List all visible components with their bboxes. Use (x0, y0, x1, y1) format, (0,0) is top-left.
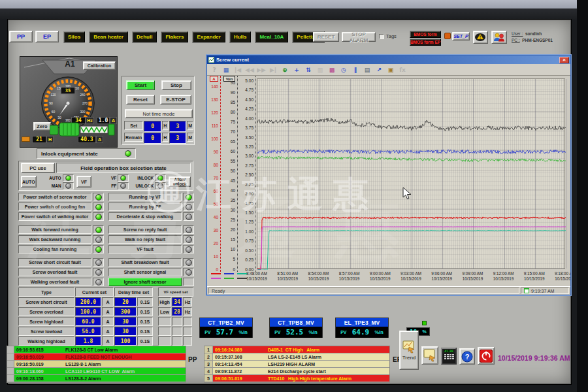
tags-checkbox-group: Tags (379, 33, 397, 39)
pv-label: PV (274, 330, 280, 335)
vf-speed-value[interactable]: 34 (172, 297, 182, 306)
alarm-row[interactable]: 09:06:28.158LS128-8-2 Alarm (7, 375, 186, 382)
remain-h-unit: H (162, 133, 169, 142)
session-info: User : sondinh PC : PHM-ENGSP01 (512, 31, 553, 44)
open-icon[interactable]: ▣ (385, 65, 396, 74)
axis-tick: 90 (222, 90, 237, 95)
trend-button[interactable]: Trend (399, 331, 419, 370)
start-button[interactable]: Start (126, 80, 155, 90)
zero-button[interactable]: Zero (33, 122, 51, 131)
alarm-row[interactable]: 209:15:37.108LSA LS-2-E145 LS Alarm (204, 353, 389, 361)
status-led (186, 269, 192, 276)
stop-button[interactable]: Stop (161, 80, 191, 90)
settings-delay-value[interactable]: 100 (114, 336, 137, 346)
vf-speed-value[interactable]: 28 (172, 307, 182, 316)
settings-current-value[interactable]: 1.8 (75, 336, 101, 346)
photo-of-monitor: PP EP SilosBean heaterDehullFlakersExpan… (0, 0, 588, 392)
nav-button-hulls[interactable]: Hulls (229, 31, 252, 42)
settings-current-value[interactable]: 60.0 (75, 317, 101, 326)
alarm-ack-button[interactable] (473, 31, 488, 44)
status-label: Screw no reply fault (108, 225, 182, 234)
nav-button-flakers[interactable]: Flakers (161, 31, 188, 42)
field-led-row: AUTO (39, 174, 74, 182)
run-timer-table: Set 0 H 3 M Remain 0 H 3 M (124, 121, 193, 144)
nav-button-bean-heater[interactable]: Bean heater (89, 31, 128, 42)
status-label: Screw short circuit fault (18, 258, 91, 267)
zoom-icon[interactable]: ⊕ (280, 65, 290, 74)
calibration-button[interactable]: Calibration (83, 61, 116, 70)
status-label: Screw overload fault (18, 268, 91, 276)
settings-delay-value[interactable]: 20 (114, 297, 137, 306)
alarm-row[interactable]: 309:14:13.454LSH219 HIGH ALARM (204, 361, 389, 368)
axis-tick: 40 (208, 215, 220, 220)
field-vf-button[interactable]: VF (76, 176, 92, 188)
field-led-group-0: AUTOMAN (39, 174, 74, 189)
close-icon[interactable]: × (559, 57, 569, 63)
status-led (95, 214, 102, 220)
settings-header-delay: Delay time set (114, 287, 153, 297)
pause-icon[interactable]: ‖ (350, 65, 361, 74)
pv-label: PV (204, 330, 210, 335)
export-icon[interactable]: ↗ (374, 65, 384, 74)
pan-icon[interactable]: + (291, 65, 302, 74)
reset-run-button[interactable]: Reset (126, 95, 155, 105)
nav-button-dehull[interactable]: Dehull (132, 31, 157, 42)
status-led-cell (183, 258, 194, 267)
vf-speed-unit: Hz (183, 307, 192, 316)
power-exit-button[interactable] (478, 347, 495, 365)
field-auto-button[interactable]: AUTO (21, 176, 37, 188)
legend-swatch-ct-tpb8-blue (224, 273, 234, 274)
chart-window-titlebar[interactable]: Screw current × (207, 56, 570, 64)
stop-alarm-button[interactable]: STOP ALARM (342, 32, 376, 42)
settings-delay-value[interactable]: 30 (114, 327, 137, 336)
settings-current-value[interactable]: 100.0 (75, 307, 101, 316)
status-row: Power switch of screw motor (18, 193, 104, 201)
status-label: Cooling fan running (18, 245, 91, 253)
ignore-shaft-sensor-button[interactable]: Ignore shaft sensor (108, 278, 182, 286)
help-button[interactable]: ? (459, 348, 475, 365)
bmos-form-ep-button[interactable]: BMOS form EP (410, 39, 441, 46)
cursors-icon[interactable]: ⇅ (303, 65, 314, 74)
settings-current-value[interactable]: 200.0 (75, 297, 101, 306)
settings-delay-unit: 0.1S (137, 297, 153, 306)
ep-page-button[interactable]: EP (35, 31, 59, 42)
alarm-row[interactable]: 09:16:18.060LCA110 LEG110 CT LOW Alarm (7, 368, 186, 375)
nav-button-meal-10a[interactable]: Meal_10A (255, 31, 288, 42)
time-range-icon[interactable]: ◷ (338, 65, 349, 74)
axis-tick: 130 (208, 97, 220, 102)
bmos-form-button[interactable]: BMOS form (410, 31, 441, 38)
nav-button-silos[interactable]: Silos (63, 31, 85, 42)
x-tick-label: 8:54:00 AM10/15/2019 (308, 271, 329, 282)
pp-page-button[interactable]: PP (9, 31, 33, 42)
alarm-row[interactable]: 509:06:51.619TTD410 High High temperatur… (204, 375, 389, 382)
settings-current-value[interactable]: 56.0 (75, 327, 101, 336)
settings-delay-value[interactable]: 300 (114, 307, 137, 316)
users-button[interactable] (491, 31, 507, 44)
settings-delay-value[interactable]: 30 (114, 317, 137, 326)
chart-status-time-cell: 9:19:37 AM (521, 287, 569, 294)
alarm-row[interactable]: 09:16:50.019LS128-8-1 Alarm (7, 361, 186, 368)
alarm-row[interactable]: 09:16:50.019FLK128-8 FEED NOT ENOUGH (7, 353, 186, 361)
vf-speed-title: VF speed set (158, 287, 193, 297)
alarm-message: LSA LS-2-E145 LS Alarm (264, 353, 389, 360)
nav-button-expander[interactable]: Expander (192, 31, 225, 42)
estop-button[interactable]: E-STOP (160, 95, 191, 105)
set-minutes[interactable]: 3 (169, 121, 186, 132)
screen-nav-button[interactable] (421, 346, 438, 365)
status-row: VF fault (108, 245, 194, 253)
trend-plot-area[interactable] (257, 78, 565, 269)
alarm-row[interactable]: 409:09:11.872E214 Discharge cycle start (204, 368, 389, 375)
alarm-row[interactable]: 09:16:53.615FLK128-8 CT Low Alarm (7, 346, 186, 353)
set-p-button[interactable]: SET_P (452, 32, 470, 41)
tags-checkbox[interactable] (379, 34, 384, 39)
alarm-row[interactable]: 109:16:24.089D405-1 CT High Alarm (204, 346, 389, 353)
reset-button[interactable]: RESET (313, 32, 339, 42)
chart-config-icon[interactable]: ▩ (327, 65, 337, 74)
x-tick-label: 9:03:00 AM10/15/2019 (400, 271, 421, 282)
calendar-icon[interactable]: ▦ (221, 65, 231, 74)
pc-use-button[interactable]: PC use (21, 163, 55, 173)
power-icon (480, 350, 493, 363)
print-icon[interactable]: ▤ (362, 65, 372, 74)
calculator-button[interactable]: 41.88 (441, 348, 457, 365)
set-hours[interactable]: 0 (144, 121, 161, 132)
